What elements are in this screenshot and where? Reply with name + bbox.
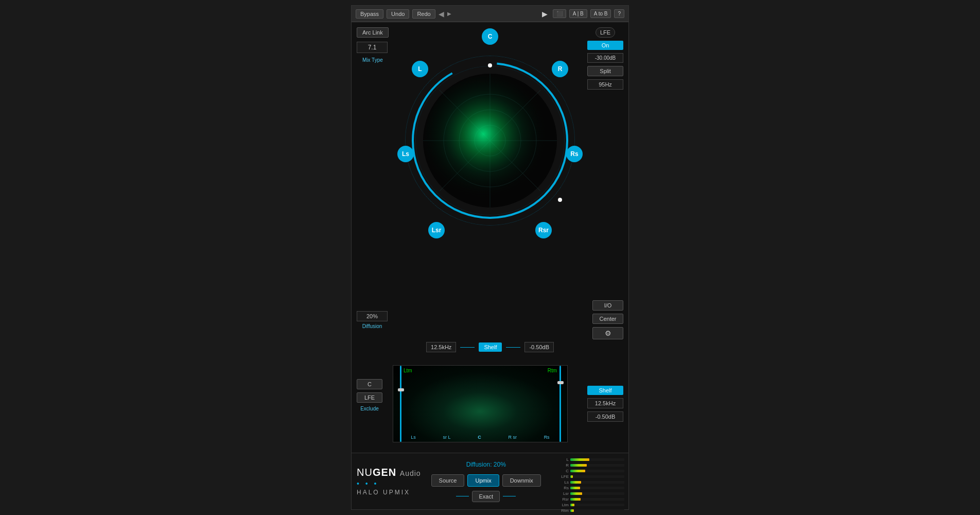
waveform-bottom-labels: Ls sr L C R sr Rs	[393, 435, 567, 440]
diffusion-indicator: Diffusion: 20%	[466, 461, 506, 468]
sr-l-bottom-label: sr L	[443, 435, 451, 440]
bypass-button[interactable]: Bypass	[356, 9, 383, 19]
channel-ls[interactable]: Ls	[397, 146, 414, 162]
meter-row: Lsr	[557, 491, 624, 496]
meter-row: Ls	[557, 480, 624, 485]
ab-button[interactable]: A | B	[569, 9, 587, 18]
meter-bar-fill	[570, 509, 574, 512]
lfe-exclude-button[interactable]: LFE	[357, 392, 382, 403]
r-sr-bottom-label: R sr	[508, 435, 517, 440]
meters-area: LRCLFELsRsLsrRsrLtmRtm	[557, 457, 624, 505]
rtm-label: Rtm	[548, 368, 557, 373]
lfe-freq-value: 95Hz	[587, 79, 623, 90]
channel-lsr[interactable]: Lsr	[428, 222, 445, 238]
c-bottom-label: C	[478, 435, 481, 440]
exact-line-right	[503, 496, 516, 496]
meter-label: LFE	[557, 474, 569, 479]
arc-link-button[interactable]: Arc Link	[357, 27, 389, 38]
svg-point-10	[488, 63, 492, 67]
lfe-split-button[interactable]: Split	[587, 66, 623, 76]
svg-point-9	[424, 75, 556, 207]
record-button[interactable]: ⬛	[553, 9, 566, 18]
exclude-panel: C LFE Exclude	[357, 379, 382, 411]
waveform-display: Ltm Rtm Ls sr L C R sr Rs	[393, 365, 568, 442]
waveform-slider-right[interactable]	[557, 366, 563, 442]
center-button[interactable]: Center	[592, 314, 623, 324]
gear-button[interactable]: ⚙	[592, 327, 623, 339]
slider-thumb-right[interactable]	[557, 381, 564, 384]
circular-visualizer: C L R Ls Rs Lsr Rsr	[397, 27, 583, 264]
downmix-button[interactable]: Downmix	[502, 474, 541, 487]
meter-bar-bg	[570, 509, 624, 512]
logo-dots: • • •	[357, 479, 378, 488]
channel-r[interactable]: R	[552, 61, 568, 77]
waveform-inner	[393, 366, 567, 442]
slider-thumb-left[interactable]	[398, 388, 404, 391]
right-shelf-freq: 12.5kHz	[587, 398, 623, 408]
meter-label: Ls	[557, 480, 569, 485]
main-content: Arc Link 7.1 Mix Type LFE On -30.00dB Sp…	[352, 22, 628, 453]
logo-gen: GEN	[373, 467, 396, 478]
exact-line-left	[456, 496, 469, 496]
meter-label: C	[557, 469, 569, 473]
exact-button[interactable]: Exact	[472, 491, 500, 502]
exact-row: Exact	[456, 491, 516, 502]
main-circle	[410, 61, 570, 220]
back-arrow-icon[interactable]: ◀	[439, 10, 444, 18]
left-panel: Arc Link 7.1 Mix Type	[357, 27, 389, 63]
undo-button[interactable]: Undo	[387, 9, 409, 19]
meter-bar-fill	[570, 458, 589, 461]
lfe-db-value: -30.00dB	[587, 53, 623, 63]
meter-label: L	[557, 457, 569, 462]
meter-label: Rs	[557, 486, 569, 490]
meter-label: Ltm	[557, 503, 569, 507]
upmix-button[interactable]: Upmix	[467, 474, 499, 487]
meter-label: R	[557, 463, 569, 468]
redo-button[interactable]: Redo	[412, 9, 435, 19]
rs-bottom-label: Rs	[544, 435, 550, 440]
meter-bar-bg	[570, 481, 624, 484]
help-button[interactable]: ?	[614, 9, 624, 18]
shelf-line-left	[460, 347, 475, 348]
right-shelf-button[interactable]: Shelf	[587, 386, 623, 395]
meter-bar-fill	[570, 470, 585, 472]
c-exclude-button[interactable]: C	[357, 379, 382, 389]
slider-track-right	[559, 366, 561, 442]
io-button[interactable]: I/O	[592, 300, 623, 311]
channel-rsr[interactable]: Rsr	[535, 222, 552, 238]
meter-bar-fill	[570, 487, 580, 489]
channel-rs[interactable]: Rs	[566, 146, 583, 162]
meter-label: Rsr	[557, 497, 569, 502]
lfe-panel: LFE On -30.00dB Split 95Hz	[587, 27, 623, 90]
forward-arrow-icon[interactable]: ▶	[447, 11, 451, 16]
meter-bar-fill	[570, 492, 582, 495]
logo-audio: Audio	[400, 469, 421, 477]
channel-l[interactable]: L	[412, 61, 428, 77]
meter-bar-bg	[570, 458, 624, 461]
waveform-slider-left[interactable]	[397, 366, 404, 442]
mix-type-display[interactable]: 7.1	[357, 42, 388, 53]
diffusion-value[interactable]: 20%	[357, 311, 388, 321]
source-button[interactable]: Source	[431, 474, 465, 487]
meter-row: R	[557, 463, 624, 468]
atob-button[interactable]: A to B	[590, 9, 611, 18]
io-panel: I/O Center ⚙	[592, 300, 623, 339]
shelf-controls: 12.5kHz Shelf -0.50dB	[426, 342, 554, 352]
right-shelf-panel: Shelf 12.5kHz -0.50dB	[587, 386, 623, 422]
diffusion-label: Diffusion	[362, 323, 382, 329]
channel-c[interactable]: C	[482, 28, 498, 45]
meter-bar-bg	[570, 498, 624, 501]
meter-bar-fill	[570, 498, 581, 501]
shelf-button[interactable]: Shelf	[479, 342, 502, 352]
play-button[interactable]: ▶	[540, 9, 550, 19]
meter-label: Rtm	[557, 508, 569, 513]
meter-bar-fill	[570, 475, 573, 478]
logo-subtitle: HALO UPMIX	[357, 489, 410, 496]
mode-buttons: Diffusion: 20% Source Upmix Downmix Exac…	[431, 461, 541, 502]
meter-bar-bg	[570, 464, 624, 467]
outer-arc-svg	[410, 61, 570, 220]
lfe-on-button[interactable]: On	[587, 41, 623, 50]
right-shelf-db: -0.50dB	[587, 411, 623, 422]
svg-point-11	[558, 198, 562, 202]
meter-row: C	[557, 469, 624, 473]
